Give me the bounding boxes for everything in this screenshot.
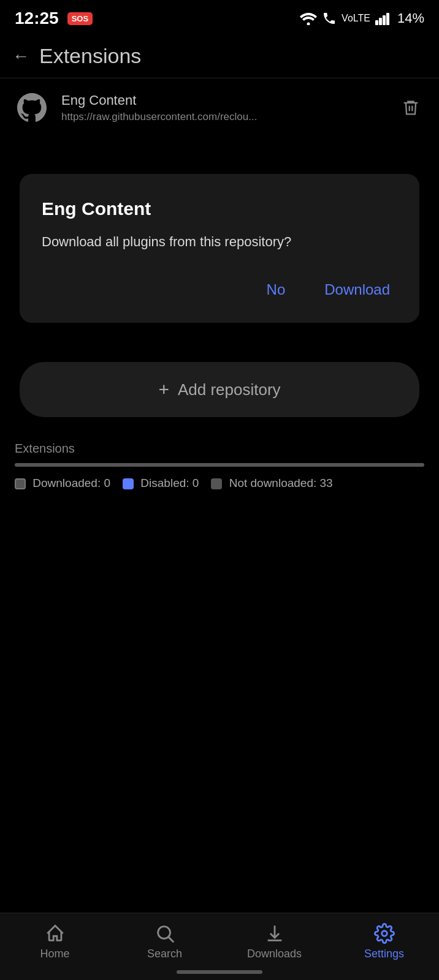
- battery-level: 14%: [397, 10, 424, 26]
- svg-rect-3: [383, 15, 386, 25]
- plus-icon: +: [158, 379, 169, 400]
- not-downloaded-dot: [211, 478, 222, 489]
- not-downloaded-stat: Not downloaded: 33: [211, 477, 332, 490]
- repo-url: https://raw.githubusercontent.com/reclou…: [61, 111, 385, 123]
- status-left: 12:25 SOS: [15, 9, 93, 28]
- dialog-message: Download all plugins from this repositor…: [42, 232, 397, 252]
- page-title: Extensions: [39, 44, 141, 68]
- svg-point-0: [307, 23, 310, 26]
- nav-item-search[interactable]: Search: [110, 923, 220, 960]
- page-header: ← Extensions: [0, 34, 439, 78]
- add-repository-button[interactable]: + Add repository: [20, 362, 419, 417]
- signal-icon: [375, 12, 392, 25]
- home-icon: [45, 923, 66, 944]
- progress-bar-fill: [15, 463, 424, 467]
- bottom-indicator: [177, 970, 262, 974]
- dialog-box: Eng Content Download all plugins from th…: [20, 174, 419, 323]
- search-icon: [155, 923, 175, 944]
- status-time: 12:25: [15, 9, 59, 28]
- disabled-stat: Disabled: 0: [123, 477, 199, 490]
- extensions-section: Extensions Downloaded: 0 Disabled: 0 Not…: [0, 427, 439, 500]
- nav-label-search: Search: [147, 948, 182, 960]
- extensions-stats: Downloaded: 0 Disabled: 0 Not downloaded…: [15, 477, 424, 490]
- downloaded-dot: [15, 478, 26, 489]
- svg-rect-4: [386, 13, 389, 25]
- progress-bar-container: [15, 463, 424, 467]
- download-button[interactable]: Download: [317, 276, 397, 303]
- downloaded-stat: Downloaded: 0: [15, 477, 110, 490]
- dialog-title: Eng Content: [42, 198, 397, 219]
- svg-point-7: [381, 931, 387, 937]
- nav-label-home: Home: [40, 948, 69, 960]
- disabled-dot: [123, 478, 134, 489]
- no-button[interactable]: No: [259, 276, 293, 303]
- lte-indicator: VoLTE: [342, 13, 370, 24]
- status-right: VoLTE 14%: [300, 10, 424, 26]
- add-repo-section: + Add repository: [0, 347, 439, 427]
- svg-point-5: [158, 927, 170, 939]
- delete-repo-button[interactable]: [397, 94, 424, 122]
- settings-icon: [374, 923, 395, 944]
- nav-label-settings: Settings: [364, 948, 404, 960]
- dialog-actions: No Download: [42, 276, 397, 303]
- extensions-label: Extensions: [15, 442, 424, 456]
- svg-rect-1: [375, 20, 378, 25]
- nav-item-settings[interactable]: Settings: [329, 923, 439, 960]
- add-repo-label: Add repository: [178, 380, 281, 399]
- svg-rect-2: [379, 18, 382, 25]
- status-bar: 12:25 SOS VoLTE 14%: [0, 0, 439, 34]
- back-button[interactable]: ←: [12, 47, 29, 66]
- repo-name: Eng Content: [61, 92, 385, 108]
- downloads-icon: [264, 923, 285, 944]
- call-icon: [322, 11, 337, 26]
- repo-info: Eng Content https://raw.githubuserconten…: [61, 92, 385, 123]
- repository-item: Eng Content https://raw.githubuserconten…: [0, 78, 439, 137]
- nav-item-home[interactable]: Home: [0, 923, 110, 960]
- status-sos: SOS: [67, 12, 93, 25]
- github-icon: [15, 91, 49, 125]
- nav-label-downloads: Downloads: [247, 948, 302, 960]
- wifi-icon: [300, 12, 317, 25]
- svg-line-6: [169, 937, 174, 942]
- dialog-area: Eng Content Download all plugins from th…: [0, 137, 439, 347]
- nav-item-downloads[interactable]: Downloads: [220, 923, 329, 960]
